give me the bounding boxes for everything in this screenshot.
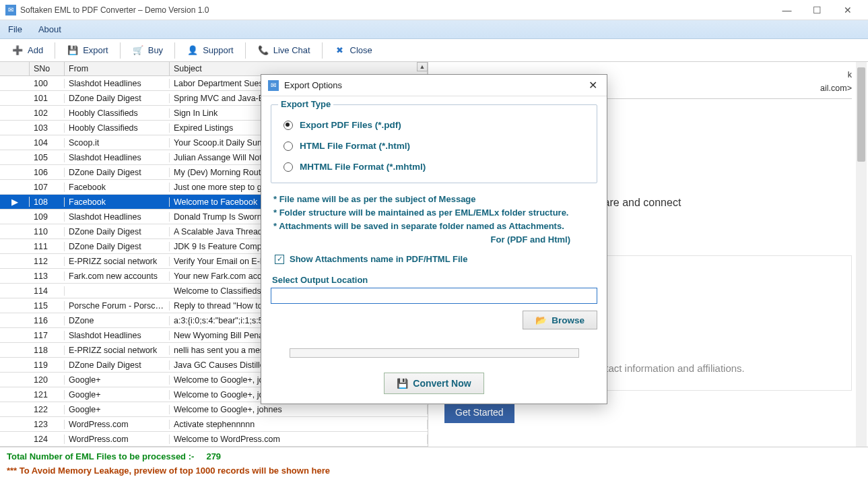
cell-sno: 106 xyxy=(30,168,65,177)
radio-icon xyxy=(283,121,293,130)
dialog-close-button[interactable]: ✕ xyxy=(586,79,600,92)
export-type-fieldset: Export Type Export PDF Files (*.pdf) HTM… xyxy=(271,104,597,183)
cell-from: Slashdot Headlines xyxy=(65,153,170,162)
cell-from: Scoop.it xyxy=(65,138,170,148)
cell-subject: Welcome to Google+, johnes xyxy=(170,405,428,414)
radio-pdf-label: Export PDF Files (*.pdf) xyxy=(300,120,401,130)
radio-mhtml-label: MHTML File Format (*.mhtml) xyxy=(300,162,426,172)
convert-now-button[interactable]: 💾 Convert Now xyxy=(384,373,483,394)
show-attachments-label: Show Attachments name in PDF/HTML File xyxy=(290,254,467,264)
cell-from: Porsche Forum - Porsche Ent... xyxy=(65,301,170,311)
table-row[interactable]: 124WordPress.comWelcome to WordPress.com xyxy=(0,432,428,447)
cell-sno: 116 xyxy=(30,316,65,325)
browse-label: Browse xyxy=(552,315,585,325)
dialog-icon: ✉ xyxy=(268,80,279,91)
cell-sno: 124 xyxy=(30,435,65,444)
cell-sno: 105 xyxy=(30,153,65,162)
cell-sno: 122 xyxy=(30,405,65,414)
output-location-input[interactable] xyxy=(271,288,597,304)
cell-from: Slashdot Headlines xyxy=(65,212,170,222)
cell-subject: Activate stephennnnn xyxy=(170,420,428,429)
note-attachments-sub: For (PDF and Html) xyxy=(273,234,595,245)
cell-from: DZone Daily Digest xyxy=(65,360,170,370)
support-button[interactable]: 👤Support xyxy=(179,41,241,60)
export-label: Export xyxy=(83,45,108,55)
browse-button[interactable]: 📂 Browse xyxy=(523,311,597,329)
window-title: Softaken EML to PDF Converter – Demo Ver… xyxy=(20,5,772,15)
note-folder: * Folder structure will be maintained as… xyxy=(273,207,595,218)
row-indicator: ▶ xyxy=(0,197,30,207)
cell-sno: 108 xyxy=(30,197,65,207)
scrollbar-thumb[interactable] xyxy=(857,67,865,162)
status-count-label: Total Number of EML Files to be processe… xyxy=(7,451,194,461)
cell-from: Google+ xyxy=(65,390,170,400)
output-location-label: Select Output Location xyxy=(272,275,597,285)
grid-scroll-up[interactable]: ▲ xyxy=(417,62,428,71)
toolbar: ➕Add 💾Export 🛒Buy 👤Support 📞Live Chat ✖C… xyxy=(0,39,868,62)
radio-html[interactable]: HTML File Format (*.html) xyxy=(283,141,586,151)
window-controls: — ☐ ✕ xyxy=(772,0,863,20)
minimize-button[interactable]: — xyxy=(772,0,802,20)
get-started-button[interactable]: Get Started xyxy=(444,402,514,423)
cell-from: WordPress.com xyxy=(65,435,170,444)
cell-from: Hoobly Classifieds xyxy=(65,123,170,133)
cell-from: E-PRIZZ social network xyxy=(65,257,170,266)
cell-subject: Welcome to WordPress.com xyxy=(170,435,428,444)
cell-sno: 102 xyxy=(30,108,65,118)
cell-from: WordPress.com xyxy=(65,420,170,429)
status-count-value: 279 xyxy=(206,451,221,461)
menu-file[interactable]: File xyxy=(8,24,22,34)
close-button[interactable]: ✖Close xyxy=(327,41,380,60)
add-label: Add xyxy=(28,45,43,55)
note-attachments: * Attachments will be saved in separate … xyxy=(273,221,595,231)
cell-sno: 113 xyxy=(30,272,65,281)
radio-mhtml[interactable]: MHTML File Format (*.mhtml) xyxy=(283,162,586,172)
save-icon: 💾 xyxy=(67,44,79,57)
col-subject[interactable]: Subject xyxy=(170,62,428,75)
note-filename: * File name will be as per the subject o… xyxy=(273,194,595,204)
col-from[interactable]: From xyxy=(65,62,170,75)
add-button[interactable]: ➕Add xyxy=(4,41,51,60)
livechat-button[interactable]: 📞Live Chat xyxy=(250,41,318,60)
cell-sno: 101 xyxy=(30,94,65,103)
radio-pdf[interactable]: Export PDF Files (*.pdf) xyxy=(283,120,586,130)
cell-sno: 120 xyxy=(30,375,65,385)
cell-from: Hoobly Classifieds xyxy=(65,108,170,118)
buy-button[interactable]: 🛒Buy xyxy=(125,41,170,60)
toolbar-separator xyxy=(245,42,246,59)
cell-sno: 121 xyxy=(30,390,65,400)
radio-icon xyxy=(283,162,293,172)
checkbox-icon: ✓ xyxy=(275,255,284,264)
dialog-title: Export Options xyxy=(284,80,580,90)
table-row[interactable]: 122Google+Welcome to Google+, johnes xyxy=(0,402,428,417)
support-label: Support xyxy=(203,45,234,55)
show-attachments-checkbox[interactable]: ✓ Show Attachments name in PDF/HTML File xyxy=(275,254,593,264)
cell-from: Facebook xyxy=(65,183,170,192)
progress-bar xyxy=(290,348,579,358)
menu-bar: File About xyxy=(0,20,868,39)
menu-about[interactable]: About xyxy=(38,24,61,34)
export-options-dialog: ✉ Export Options ✕ Export Type Export PD… xyxy=(261,74,607,404)
cell-from: Fark.com new accounts xyxy=(65,272,170,281)
title-bar: ✉ Softaken EML to PDF Converter – Demo V… xyxy=(0,0,868,20)
status-count: Total Number of EML Files to be processe… xyxy=(7,451,861,461)
export-button[interactable]: 💾Export xyxy=(59,41,116,60)
toolbar-separator xyxy=(120,42,121,59)
status-warning: *** To Avoid Memory Leakage, preview of … xyxy=(7,466,861,476)
cell-from: DZone xyxy=(65,316,170,325)
cell-from: Google+ xyxy=(65,375,170,385)
col-sno[interactable]: SNo xyxy=(30,62,65,75)
close-icon: ✖ xyxy=(334,44,346,57)
preview-scrollbar[interactable] xyxy=(856,62,867,447)
plus-icon: ➕ xyxy=(11,44,24,57)
dialog-titlebar: ✉ Export Options ✕ xyxy=(261,75,607,96)
cell-sno: 118 xyxy=(30,346,65,355)
maximize-button[interactable]: ☐ xyxy=(802,0,832,20)
close-window-button[interactable]: ✕ xyxy=(832,0,863,20)
table-row[interactable]: 123WordPress.comActivate stephennnnn xyxy=(0,417,428,432)
convert-label: Convert Now xyxy=(413,378,471,389)
col-indicator[interactable] xyxy=(0,62,30,75)
phone-icon: 📞 xyxy=(257,44,269,57)
cell-sno: 107 xyxy=(30,183,65,192)
folder-icon: 📂 xyxy=(535,315,546,325)
